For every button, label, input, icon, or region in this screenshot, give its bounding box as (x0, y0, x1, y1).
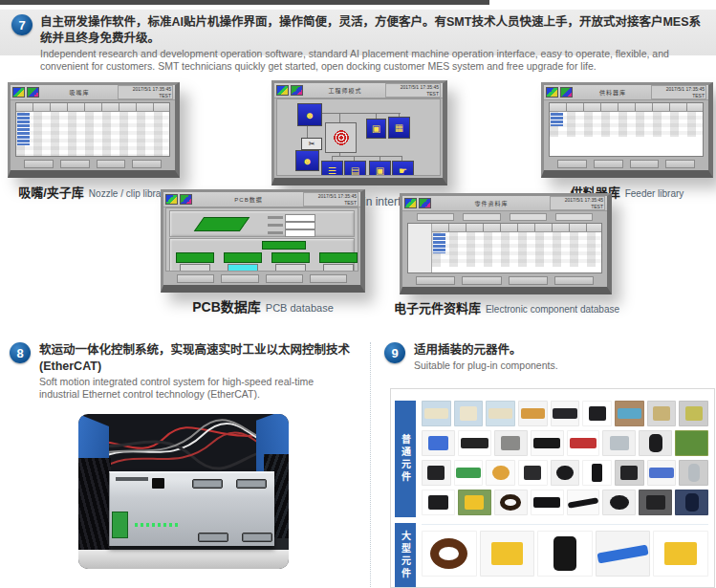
screenshot-nozzle-library: 吸嘴库 2017/5/1 17:35:45 TEST (8, 82, 180, 178)
component-grid (422, 401, 708, 587)
chart-icon: ▦ (388, 117, 410, 139)
component-photo (639, 490, 672, 515)
window-title: 供料器库 (575, 88, 651, 97)
section-number-badge: 8 (10, 342, 31, 363)
window-titlebar: 工程师模式 2017/5/1 17:35:45 TEST (274, 83, 443, 98)
component-photo (458, 430, 491, 456)
section7-title-en: Independent research and development ope… (40, 48, 709, 74)
component-photo (531, 430, 564, 456)
window-titlebar: PCB数据 2017/5/1 17:35:45 TEST (163, 192, 360, 207)
component-photo (675, 430, 708, 456)
component-photo (602, 490, 636, 515)
components-panel: 普通元件 大型元件 (390, 388, 715, 588)
category-panel (408, 224, 432, 272)
machine-icon: ▣ (366, 119, 386, 139)
section-number-badge: 7 (11, 14, 33, 35)
window-button (97, 160, 126, 168)
dsub-connector (242, 533, 272, 542)
screenshot-component-database: 零件资料库 2017/5/1 17:35:45 TEST (400, 193, 612, 294)
window-title: 零件资料库 (433, 199, 550, 207)
component-photo (518, 401, 548, 426)
category-label-large: 大型元件 (395, 523, 416, 587)
component-photo (458, 490, 491, 515)
category-label-ordinary: 普通元件 (395, 401, 416, 517)
data-table-image (15, 102, 170, 157)
pcb-board-shape (194, 217, 250, 231)
component-photo (567, 430, 600, 456)
component-photo (615, 460, 644, 486)
section-8-header: 8 软运动一体化控制系统，实现高速实时工业以太网控制技术(EtherCAT) S… (10, 342, 363, 402)
window-title: 工程师模式 (305, 86, 385, 95)
ethernet-port (152, 478, 164, 489)
operator-icon: ☻ (297, 103, 322, 126)
window-button-row (544, 160, 708, 168)
component-photo (567, 490, 600, 515)
selected-column (17, 113, 30, 145)
table-header-row (16, 103, 169, 112)
component-photo (486, 401, 515, 426)
app-icon (404, 198, 417, 208)
section8-title-zh: 软运动一体化控制系统，实现高速实时工业以太网控制技术(EtherCAT) (39, 342, 363, 375)
component-photo (518, 460, 548, 486)
conveyor-segment (262, 241, 306, 250)
section7-title-zh: 自主研发操作软件，标准AI贴片机操作界面，操作简便，灵活，方便客户。有SMT技术… (40, 14, 709, 47)
section8-title-en: Soft motion integrated control system fo… (39, 376, 355, 402)
worker-icon: ☻ (295, 150, 319, 171)
component-row (422, 490, 708, 515)
app-icon (560, 87, 573, 98)
component-photo (537, 531, 593, 577)
caption-pcb-database: PCB数据库PCB database (153, 296, 373, 316)
window-meta: 2017/5/1 17:35:45 TEST (651, 85, 706, 99)
section9-title-zh: 适用插装的元器件。 (414, 342, 558, 359)
selected-column (433, 233, 445, 253)
window-button-row (11, 160, 175, 168)
app-icon (27, 87, 39, 98)
window-button (132, 160, 162, 168)
selected-column (551, 113, 563, 126)
hand-icon: ☛ (392, 161, 414, 176)
ethercat-controller (109, 471, 274, 546)
pcb-settings-diagram (165, 207, 358, 272)
component-photo (551, 401, 580, 426)
window-meta: 2017/5/1 17:35:45 TEST (550, 196, 605, 210)
conveyor-segment (319, 252, 358, 263)
window-button (60, 160, 90, 168)
component-photo (675, 490, 708, 515)
section-7-header: 7 自主研发操作软件，标准AI贴片机操作界面，操作简便，灵活，方便客户。有SMT… (0, 10, 716, 55)
component-photo (422, 531, 477, 577)
component-photo (422, 430, 455, 456)
component-row (422, 430, 708, 456)
table-rows (432, 232, 601, 272)
dsub-connector (198, 533, 228, 542)
toolbar-row (407, 213, 602, 221)
component-photo (454, 401, 484, 426)
component-photo (582, 401, 612, 426)
window-button (557, 160, 587, 168)
component-photo (679, 460, 708, 486)
app-icon (165, 194, 178, 205)
toolbar-button (555, 213, 593, 221)
component-row (422, 401, 708, 426)
data-table-image (407, 223, 602, 273)
component-row (422, 460, 708, 486)
pcb-button (180, 264, 210, 272)
toolbar-button (463, 213, 500, 221)
pcb-button (323, 264, 354, 272)
pcb-button (275, 264, 306, 272)
component-row (422, 524, 708, 577)
app-icon (180, 194, 192, 205)
component-photo (422, 401, 451, 426)
screenshot-feeder-library: 供料器库 2017/5/1 17:35:45 TEST (541, 82, 713, 178)
controller-photo (78, 414, 289, 569)
app-icon (291, 85, 303, 96)
component-photo (639, 430, 672, 456)
app-icon (546, 87, 558, 98)
app-icon (419, 198, 431, 208)
window-button (462, 276, 501, 285)
caption-component-database: 电子元件资料库Electronic component database (382, 298, 631, 316)
window-button-row (163, 274, 360, 283)
dsub-connector (236, 479, 267, 489)
controller-label (116, 477, 148, 481)
section9-title-en: Suitable for plug-in components. (414, 359, 558, 373)
component-photo (602, 430, 636, 456)
